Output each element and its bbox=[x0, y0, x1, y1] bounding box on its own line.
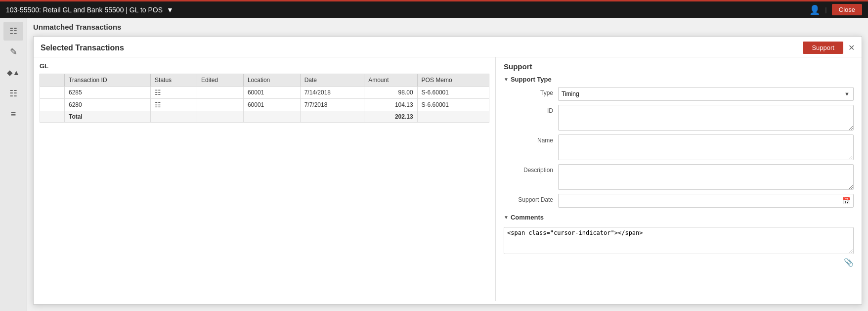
col-status: Status bbox=[151, 74, 197, 87]
type-select[interactable]: Timing Reclassification Other bbox=[558, 87, 854, 101]
shapes-icon: ◆▲ bbox=[7, 68, 20, 77]
col-date: Date bbox=[300, 74, 364, 87]
row2-pos-memo: S-6.60001 bbox=[417, 99, 489, 111]
title-dropdown-arrow[interactable]: ▼ bbox=[167, 6, 174, 14]
row1-status: ☷ bbox=[151, 87, 197, 99]
paperclip-icon[interactable]: 📎 bbox=[844, 258, 854, 267]
top-bar-actions: 👤 | Close bbox=[809, 4, 862, 15]
description-row: Description bbox=[504, 164, 854, 190]
support-type-section: ▼ Support Type Type Timing Reclassificat… bbox=[504, 76, 854, 208]
modal-title: Selected Transactions bbox=[41, 44, 124, 52]
top-bar: 103-55500: Retail GL and Bank 55500 | GL… bbox=[0, 0, 868, 18]
content-area: Unmatched Transactions Selected Transact… bbox=[27, 18, 868, 311]
col-location: Location bbox=[243, 74, 300, 87]
title-text: 103-55500: Retail GL and Bank 55500 | GL… bbox=[6, 6, 163, 14]
gl-section: GL Transaction ID Status Edited Location… bbox=[34, 57, 496, 301]
table-row: 6285 ☷ 60001 7/14/2018 98.00 S-6.60001 bbox=[40, 87, 489, 99]
gl-label: GL bbox=[40, 62, 489, 70]
main-layout: ☷ ✎ ◆▲ ☷ ≡ Unmatched Transactions Select… bbox=[0, 18, 868, 311]
total-date bbox=[300, 111, 364, 123]
list-check-icon: ☷ bbox=[9, 88, 17, 99]
total-status bbox=[151, 111, 197, 123]
support-section: Support ▼ Support Type Type Timi bbox=[496, 57, 862, 301]
row1-date: 7/14/2018 bbox=[300, 87, 364, 99]
collapse-triangle-icon: ▼ bbox=[504, 77, 509, 82]
comments-label: Comments bbox=[511, 214, 544, 221]
col-amount: Amount bbox=[364, 74, 417, 87]
total-label: Total bbox=[65, 111, 151, 123]
sidebar-item-lines[interactable]: ≡ bbox=[3, 105, 23, 124]
row2-select bbox=[40, 99, 65, 111]
total-amount: 202.13 bbox=[364, 111, 417, 123]
name-row: Name bbox=[504, 134, 854, 160]
sidebar-item-shapes[interactable]: ◆▲ bbox=[3, 63, 23, 82]
transactions-table: Transaction ID Status Edited Location Da… bbox=[40, 74, 489, 123]
col-edited: Edited bbox=[197, 74, 243, 87]
support-heading: Support bbox=[504, 62, 854, 71]
dashboard-icon: ☷ bbox=[9, 26, 17, 37]
col-transaction-id: Transaction ID bbox=[65, 74, 151, 87]
comments-textarea[interactable]: <span class="cursor-indicator"></span> bbox=[504, 227, 854, 254]
modal-body: GL Transaction ID Status Edited Location… bbox=[34, 57, 862, 301]
status-icon: ☷ bbox=[155, 101, 161, 109]
col-checkbox bbox=[40, 74, 65, 87]
support-date-row: Support Date 📅 bbox=[504, 194, 854, 208]
total-location bbox=[243, 111, 300, 123]
row2-location: 60001 bbox=[243, 99, 300, 111]
divider: | bbox=[825, 6, 826, 13]
sidebar-item-dashboard[interactable]: ☷ bbox=[3, 22, 23, 41]
modal-overlay: Selected Transactions Support ✕ GL Trans… bbox=[33, 36, 862, 305]
table-header-row: Transaction ID Status Edited Location Da… bbox=[40, 74, 489, 87]
id-row: ID bbox=[504, 105, 854, 131]
total-pos-memo bbox=[417, 111, 489, 123]
app-title: 103-55500: Retail GL and Bank 55500 | GL… bbox=[6, 6, 174, 14]
comments-section: ▼ Comments <span class="cursor-indicator… bbox=[504, 214, 854, 267]
lines-icon: ≡ bbox=[11, 109, 16, 120]
sidebar: ☷ ✎ ◆▲ ☷ ≡ bbox=[0, 18, 27, 311]
col-pos-memo: POS Memo bbox=[417, 74, 489, 87]
page-heading: Unmatched Transactions bbox=[33, 23, 862, 31]
type-select-wrapper: Timing Reclassification Other ▼ bbox=[558, 87, 854, 101]
row1-select bbox=[40, 87, 65, 99]
support-date-input[interactable] bbox=[558, 194, 854, 208]
status-icon: ☷ bbox=[155, 89, 161, 96]
total-label-cell bbox=[40, 111, 65, 123]
attachment-row: 📎 bbox=[504, 258, 854, 267]
total-edited bbox=[197, 111, 243, 123]
row2-status: ☷ bbox=[151, 99, 197, 111]
type-label: Type bbox=[504, 87, 558, 96]
type-row: Type Timing Reclassification Other ▼ bbox=[504, 87, 854, 101]
user-icon[interactable]: 👤 bbox=[809, 4, 820, 15]
pencil-icon: ✎ bbox=[10, 46, 17, 57]
row2-amount: 104.13 bbox=[364, 99, 417, 111]
total-row: Total 202.13 bbox=[40, 111, 489, 123]
support-type-label: Support Type bbox=[511, 76, 552, 83]
row1-transaction-id: 6285 bbox=[65, 87, 151, 99]
name-label: Name bbox=[504, 134, 558, 144]
support-button[interactable]: Support bbox=[803, 42, 843, 54]
sidebar-item-edit[interactable]: ✎ bbox=[3, 43, 23, 61]
date-input-wrapper: 📅 bbox=[558, 194, 854, 208]
row1-pos-memo: S-6.60001 bbox=[417, 87, 489, 99]
row1-location: 60001 bbox=[243, 87, 300, 99]
name-input[interactable] bbox=[558, 134, 854, 160]
support-type-header[interactable]: ▼ Support Type bbox=[504, 76, 854, 83]
row1-amount: 98.00 bbox=[364, 87, 417, 99]
comments-header[interactable]: ▼ Comments bbox=[504, 214, 854, 221]
support-date-label: Support Date bbox=[504, 194, 558, 203]
close-button[interactable]: Close bbox=[832, 4, 862, 15]
modal-header-right: Support ✕ bbox=[803, 42, 855, 54]
row1-edited bbox=[197, 87, 243, 99]
row2-date: 7/7/2018 bbox=[300, 99, 364, 111]
modal-close-button[interactable]: ✕ bbox=[848, 43, 855, 52]
row2-edited bbox=[197, 99, 243, 111]
description-label: Description bbox=[504, 164, 558, 174]
id-label: ID bbox=[504, 105, 558, 114]
modal-header: Selected Transactions Support ✕ bbox=[34, 37, 862, 57]
id-input[interactable] bbox=[558, 105, 854, 131]
comments-collapse-icon: ▼ bbox=[504, 215, 509, 220]
description-input[interactable] bbox=[558, 164, 854, 190]
row2-transaction-id: 6280 bbox=[65, 99, 151, 111]
table-row: 6280 ☷ 60001 7/7/2018 104.13 S-6.60001 bbox=[40, 99, 489, 111]
sidebar-item-list[interactable]: ☷ bbox=[3, 84, 23, 103]
